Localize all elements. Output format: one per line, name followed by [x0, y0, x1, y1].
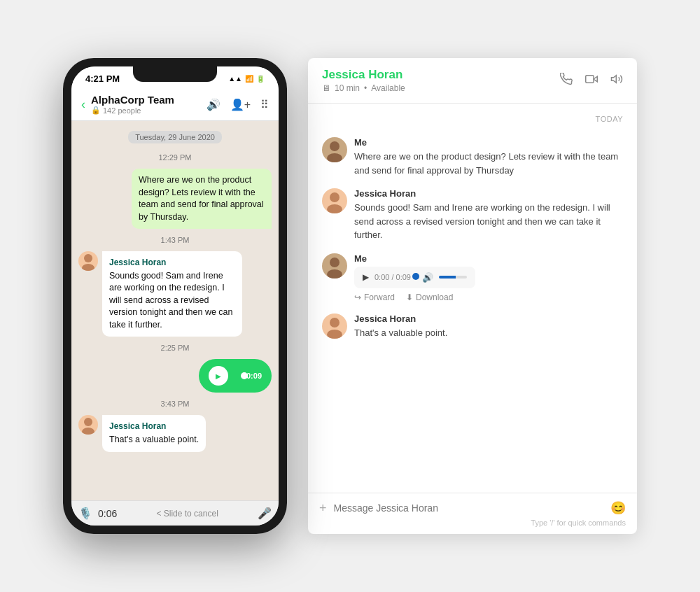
received-message-2: Jessica Horan That's a valuable point.	[78, 415, 272, 451]
dc-sender-jessica-2: Jessica Horan	[354, 313, 447, 324]
video-call-icon[interactable]	[585, 73, 598, 89]
avatar-jessica-2	[78, 415, 98, 435]
svg-point-11	[330, 258, 340, 267]
speaker-icon[interactable]: 🔊	[206, 98, 220, 111]
input-hint: Type '/' for quick commands	[319, 519, 626, 527]
mic-active-icon: 🎙️	[78, 507, 92, 520]
dc-contact-name: Jessica Horan	[322, 68, 405, 82]
svg-point-8	[327, 153, 342, 162]
audio-settings-icon[interactable]	[610, 73, 623, 89]
add-attachment-icon[interactable]: +	[319, 501, 327, 516]
voice-message: ▶ 00:09	[78, 359, 272, 393]
last-seen: 10 min	[335, 83, 360, 93]
voice-call-icon[interactable]	[560, 73, 573, 89]
wifi-icon: ▲▲	[228, 75, 242, 83]
time-label-2: 1:43 PM	[78, 236, 272, 244]
emoji-icon[interactable]: 😊	[610, 500, 626, 516]
dc-volume-icon[interactable]: 🔊	[422, 272, 433, 283]
dc-avatar-jessica-2	[322, 313, 347, 339]
dc-audio-msg-content: Me ▶ 0:00 / 0:09 🔊 ↪	[354, 253, 475, 302]
received-message-1: Jessica Horan Sounds good! Sam and Irene…	[78, 251, 272, 337]
svg-point-0	[84, 254, 92, 262]
time-label-3: 2:25 PM	[78, 344, 272, 352]
apps-icon[interactable]: ⠿	[260, 98, 269, 111]
dc-sender-me-1: Me	[354, 137, 623, 148]
signal-icon: 📶	[245, 75, 253, 83]
download-label: Download	[416, 293, 453, 302]
dc-msg-row-2: Jessica Horan Sounds good! Sam and Irene…	[322, 188, 623, 242]
phone-input-bar: 🎙️ 0:06 < Slide to cancel 🎤	[71, 500, 279, 526]
today-divider: TODAY	[322, 115, 623, 123]
desktop-chat-window: Jessica Horan 🖥 10 min • Available	[308, 58, 637, 534]
play-button[interactable]: ▶	[209, 366, 228, 386]
status-icons: ▲▲ 📶 🔋	[228, 75, 265, 83]
phone-chat-header: ‹ AlphaCorp Team 🔒 142 people 🔊 👤+ ⠿	[71, 88, 279, 121]
add-member-icon[interactable]: 👤+	[230, 98, 251, 111]
member-count: 142 people	[103, 106, 141, 115]
svg-point-2	[84, 418, 92, 426]
dc-msg-row-4: Jessica Horan That's a valuable point.	[322, 313, 623, 340]
forward-action[interactable]: ↪ Forward	[354, 293, 395, 302]
svg-marker-6	[612, 75, 617, 83]
phone-frame: 4:21 PM ▲▲ 📶 🔋 ‹ AlphaCorp Team 🔒 142 pe…	[63, 58, 287, 534]
scene: 4:21 PM ▲▲ 📶 🔋 ‹ AlphaCorp Team 🔒 142 pe…	[42, 37, 658, 555]
group-name: AlphaCorp Team	[91, 94, 201, 106]
back-arrow-icon[interactable]: ‹	[81, 97, 85, 112]
dc-contact-info: Jessica Horan 🖥 10 min • Available	[322, 68, 405, 93]
availability-status: Available	[371, 83, 405, 93]
message-input[interactable]	[334, 502, 603, 514]
sender-name-1: Jessica Horan	[109, 257, 235, 269]
dc-play-icon[interactable]: ▶	[363, 272, 369, 282]
dc-avatar-me-2	[322, 253, 347, 279]
svg-point-13	[330, 318, 340, 327]
dc-header-actions	[560, 73, 623, 89]
sender-name-2: Jessica Horan	[109, 421, 199, 432]
phone-header-actions: 🔊 👤+ ⠿	[206, 98, 269, 111]
bubble-received-2: Jessica Horan That's a valuable point.	[102, 415, 206, 451]
dc-header: Jessica Horan 🖥 10 min • Available	[308, 58, 637, 104]
bubble-received-1: Jessica Horan Sounds good! Sam and Irene…	[102, 251, 242, 337]
group-sub: 🔒 142 people	[91, 106, 201, 115]
sent-message-1: Where are we on the product design? Lets…	[78, 169, 272, 229]
forward-label: Forward	[364, 293, 395, 302]
monitor-icon: 🖥	[322, 83, 330, 93]
mic-right-icon[interactable]: 🎤	[258, 507, 272, 520]
dc-messages: TODAY Me Where are we on the product des…	[308, 104, 637, 493]
dc-audio-actions: ↪ Forward ⬇ Download	[354, 293, 475, 302]
phone-chat-area: Tuesday, 29 June 2020 12:29 PM Where are…	[71, 121, 279, 500]
dc-msg-row-1: Me Where are we on the product design? L…	[322, 137, 623, 177]
dc-avatar-me-1	[322, 137, 347, 162]
waveform-dot	[241, 372, 248, 379]
svg-point-7	[330, 141, 340, 151]
dc-volume-slider[interactable]	[439, 276, 467, 279]
svg-point-1	[82, 264, 94, 271]
slide-to-cancel: < Slide to cancel	[122, 509, 252, 519]
dc-msg-content-4: Jessica Horan That's a valuable point.	[354, 313, 447, 340]
dc-msg-content-2: Jessica Horan Sounds good! Sam and Irene…	[354, 188, 623, 242]
phone-notch	[133, 66, 217, 82]
voice-bubble: ▶ 00:09	[199, 359, 272, 393]
dc-msg-row-3: Me ▶ 0:00 / 0:09 🔊 ↪	[322, 253, 623, 302]
svg-marker-4	[594, 76, 597, 82]
date-divider: Tuesday, 29 June 2020	[128, 131, 222, 143]
dc-input-area: + 😊 Type '/' for quick commands	[308, 493, 637, 534]
status-time: 4:21 PM	[85, 73, 120, 84]
dc-msg-content-1: Me Where are we on the product design? L…	[354, 137, 623, 177]
recording-time: 0:06	[98, 508, 117, 519]
dc-avatar-jessica-1	[322, 188, 347, 213]
dc-audio-time: 0:00 / 0:09	[374, 273, 411, 281]
download-action[interactable]: ⬇ Download	[406, 293, 453, 302]
dc-audio-player: ▶ 0:00 / 0:09 🔊	[354, 267, 475, 288]
bubble-sent-1: Where are we on the product design? Lets…	[132, 169, 272, 229]
dc-sender-me-2: Me	[354, 253, 475, 264]
dc-sender-jessica-1: Jessica Horan	[354, 188, 623, 199]
dc-text-1: Where are we on the product design? Lets…	[354, 150, 623, 177]
dot-separator: •	[364, 83, 367, 93]
time-label-4: 3:43 PM	[78, 400, 272, 408]
dc-audio-thumb	[412, 273, 419, 280]
download-icon: ⬇	[406, 293, 413, 302]
svg-rect-5	[586, 75, 594, 83]
dc-input-row: + 😊	[319, 500, 626, 516]
dc-contact-status: 🖥 10 min • Available	[322, 83, 405, 93]
svg-point-14	[327, 330, 342, 339]
